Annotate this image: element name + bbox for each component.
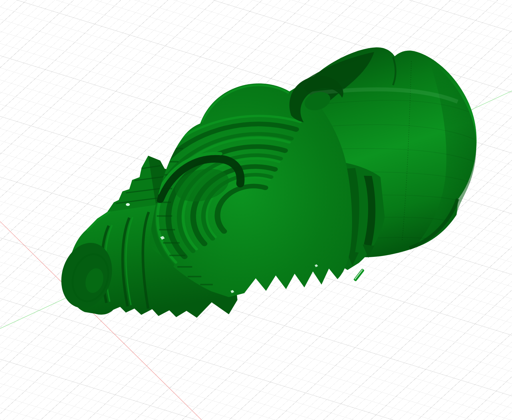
model-layer <box>0 0 512 420</box>
3d-viewport[interactable] <box>0 0 512 420</box>
pin-body <box>353 268 364 281</box>
green-part-model[interactable] <box>54 47 477 318</box>
small-pin-stub <box>353 268 364 281</box>
pin-glint <box>354 269 363 280</box>
pyramid-glint <box>126 203 130 206</box>
